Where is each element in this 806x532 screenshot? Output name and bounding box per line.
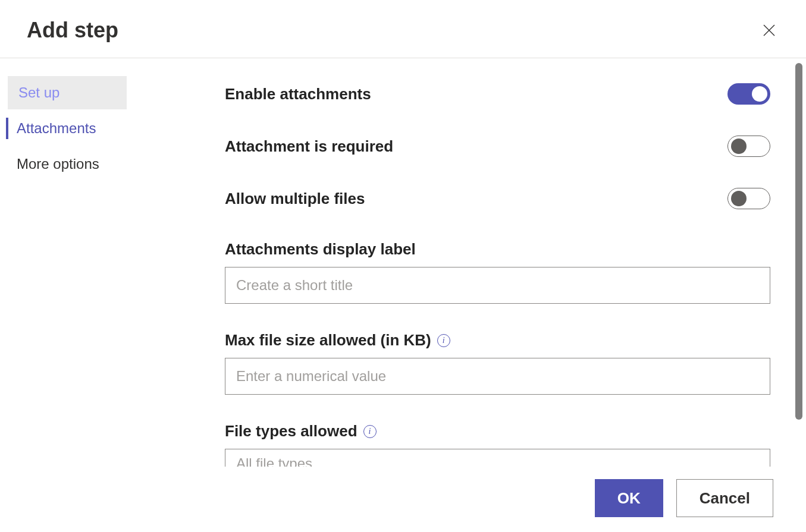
toggle-knob — [731, 191, 747, 206]
allow-multiple-toggle[interactable] — [727, 188, 770, 209]
file-types-value: All file types — [236, 455, 312, 467]
scrollbar[interactable] — [795, 63, 802, 449]
sidebar-item-attachments[interactable]: Attachments — [6, 112, 155, 145]
toggle-knob — [731, 138, 747, 154]
info-icon[interactable]: i — [437, 334, 450, 347]
ok-button[interactable]: OK — [595, 479, 663, 517]
attachment-required-toggle[interactable] — [727, 136, 770, 157]
cancel-button[interactable]: Cancel — [676, 479, 773, 517]
enable-attachments-toggle[interactable] — [727, 83, 770, 105]
sidebar-item-setup[interactable]: Set up — [8, 76, 127, 109]
display-label-text: Attachments display label — [225, 240, 770, 259]
allow-multiple-row: Allow multiple files — [225, 188, 770, 209]
file-types-label: File types allowed — [225, 422, 357, 440]
file-types-label-row: File types allowed i — [225, 422, 770, 440]
dialog-title: Add step — [27, 18, 118, 43]
sidebar: Set up Attachments More options — [0, 58, 155, 467]
close-button[interactable] — [759, 20, 779, 40]
max-size-group: Max file size allowed (in KB) i — [225, 331, 770, 395]
sidebar-item-label: Set up — [18, 84, 59, 100]
max-size-label-row: Max file size allowed (in KB) i — [225, 331, 770, 350]
dialog-body: Set up Attachments More options Enable a… — [0, 58, 806, 467]
close-icon — [762, 23, 776, 37]
file-types-select[interactable]: All file types — [225, 449, 770, 467]
max-size-input[interactable] — [225, 358, 770, 395]
sidebar-item-more-options[interactable]: More options — [6, 147, 155, 181]
dialog-header: Add step — [0, 0, 806, 58]
max-size-label: Max file size allowed (in KB) — [225, 331, 431, 350]
attachment-required-row: Attachment is required — [225, 136, 770, 157]
enable-attachments-label: Enable attachments — [225, 85, 371, 103]
sidebar-item-label: More options — [17, 156, 99, 172]
display-label-input[interactable] — [225, 267, 770, 304]
main-content: Enable attachments Attachment is require… — [155, 58, 806, 467]
sidebar-item-label: Attachments — [17, 120, 96, 136]
file-types-group: File types allowed i All file types — [225, 422, 770, 467]
attachment-required-label: Attachment is required — [225, 137, 393, 156]
display-label-group: Attachments display label — [225, 240, 770, 304]
dialog-footer: OK Cancel — [0, 467, 806, 532]
info-icon[interactable]: i — [363, 425, 377, 438]
scrollbar-thumb[interactable] — [795, 63, 802, 420]
enable-attachments-row: Enable attachments — [225, 83, 770, 105]
toggle-knob — [752, 86, 767, 102]
allow-multiple-label: Allow multiple files — [225, 190, 365, 208]
